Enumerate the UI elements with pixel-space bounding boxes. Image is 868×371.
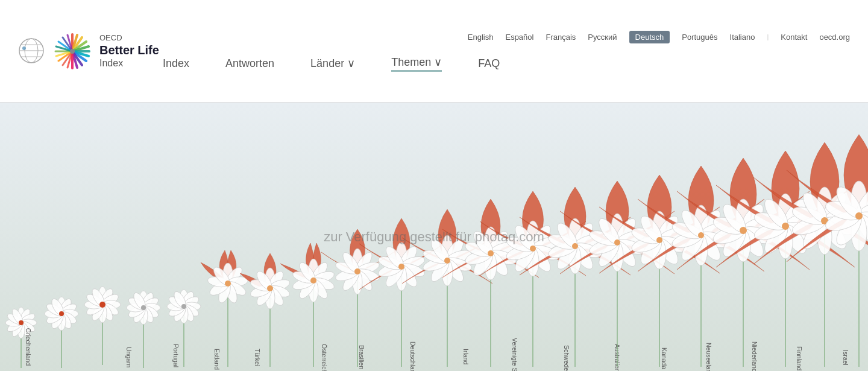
svg-point-139 [310, 277, 316, 284]
lang-espanol[interactable]: Español [505, 33, 533, 42]
main-visualization: zur Verfügung gestellt für photaq.com .p… [0, 103, 868, 371]
svg-point-41 [19, 320, 24, 325]
svg-point-152 [354, 268, 360, 274]
nav-laender[interactable]: Länder ∨ [310, 57, 355, 70]
svg-point-56 [59, 311, 64, 316]
svg-text:Schweden: Schweden [563, 345, 570, 371]
flower-chart: .petal { fill: white; stroke: #ccc; stro… [0, 103, 868, 371]
oecd-globe-icon [18, 37, 45, 65]
nav-bar: Index Antworten Länder ∨ Themen ∨ FAQ [163, 49, 850, 78]
nav-antworten[interactable]: Antworten [225, 57, 274, 70]
svg-point-191 [488, 250, 494, 256]
nav-faq[interactable]: FAQ [478, 57, 500, 70]
svg-text:Irland: Irland [462, 349, 470, 364]
oecd-label: OECD [99, 33, 159, 43]
lang-russian[interactable]: Русский [588, 33, 617, 42]
nav-index[interactable]: Index [163, 57, 189, 70]
lang-portugues[interactable]: Português [682, 33, 717, 42]
kontakt-link[interactable]: Kontakt [781, 33, 807, 42]
svg-text:Israel: Israel [842, 350, 849, 366]
svg-text:Brasilien: Brasilien [358, 345, 365, 369]
svg-point-26 [70, 49, 75, 54]
lang-italiano[interactable]: Italiano [730, 33, 755, 42]
language-bar: English Español Français Русский Deutsch… [163, 25, 850, 49]
svg-text:Ungarn: Ungarn [125, 347, 133, 368]
svg-text:Finnland: Finnland [796, 346, 803, 370]
svg-point-308 [855, 212, 863, 220]
logo-area: OECD Better Life Index [18, 30, 163, 72]
svg-point-282 [782, 223, 789, 230]
starburst-logo-icon [51, 30, 93, 72]
svg-point-217 [572, 243, 578, 249]
svg-text:Portugal: Portugal [172, 344, 180, 367]
svg-text:Kanada: Kanada [661, 347, 668, 369]
svg-point-230 [614, 239, 620, 246]
svg-point-269 [740, 227, 747, 234]
index-label: Index [99, 57, 159, 69]
svg-point-5 [22, 46, 26, 50]
svg-text:Estland: Estland [213, 349, 221, 370]
lang-divider: | [767, 33, 769, 40]
svg-text:Griechenland: Griechenland [25, 328, 32, 366]
svg-text:Vereinigte Staaten: Vereinigte Staaten [511, 338, 518, 371]
svg-text:Niederlande: Niederlande [751, 341, 758, 371]
svg-text:Neuseeland: Neuseeland [705, 343, 712, 371]
header: OECD Better Life Index English Español F… [0, 0, 868, 103]
svg-point-101 [181, 304, 186, 309]
svg-point-204 [530, 246, 536, 252]
svg-point-165 [398, 264, 404, 270]
svg-point-243 [656, 237, 662, 243]
lang-deutsch[interactable]: Deutsch [629, 31, 670, 43]
svg-point-86 [141, 305, 146, 310]
oecd-org-link[interactable]: oecd.org [819, 33, 850, 42]
svg-point-256 [698, 232, 704, 238]
svg-point-71 [99, 302, 105, 308]
header-right: English Español Français Русский Deutsch… [163, 25, 850, 78]
svg-point-113 [225, 281, 231, 287]
logo-text: OECD Better Life Index [99, 33, 159, 69]
svg-text:Deutschland: Deutschland [409, 341, 417, 371]
better-life-label: Better Life [99, 43, 159, 57]
svg-point-178 [444, 258, 450, 264]
svg-text:Österreich: Österreich [321, 344, 328, 371]
lang-francais[interactable]: Français [546, 33, 576, 42]
svg-text:Türkei: Türkei [254, 349, 261, 366]
lang-english[interactable]: English [468, 33, 494, 42]
nav-themen[interactable]: Themen ∨ [391, 55, 442, 72]
svg-point-126 [267, 285, 273, 291]
